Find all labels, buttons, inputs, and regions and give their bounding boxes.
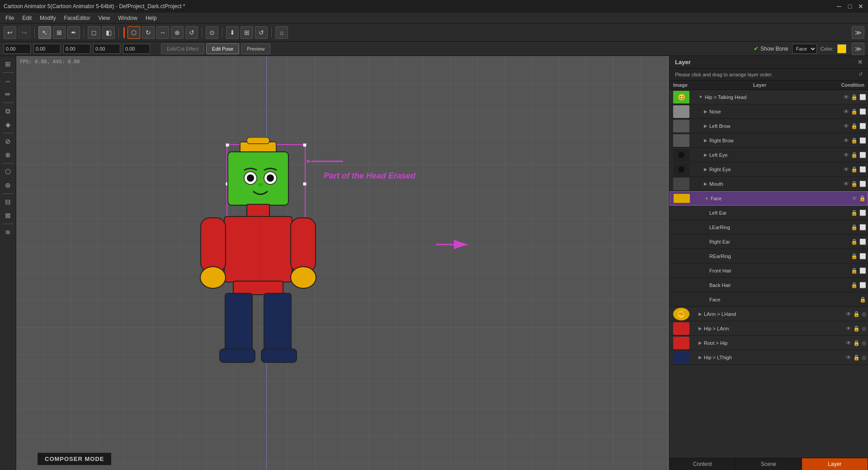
sidebar-rig[interactable]: ⊛ [2, 179, 14, 192]
x-coord-input[interactable] [4, 44, 31, 54]
tab-content[interactable]: Content [670, 458, 736, 470]
eye-icon[interactable]: 👁 [844, 123, 849, 129]
lock-icon[interactable]: 🔒 [851, 123, 858, 129]
layer-row-rearring[interactable]: REarRing 🔒 ⬜ [670, 249, 868, 263]
align-button[interactable]: ⊞ [241, 26, 253, 39]
lock-icon[interactable]: 🔒 [851, 253, 858, 259]
minimize-button[interactable]: ─ [835, 3, 843, 10]
sidebar-eraser[interactable]: ⊘ [2, 135, 14, 148]
lock-icon[interactable]: 🔒 [851, 152, 858, 158]
lock-icon[interactable]: 🔒 [859, 195, 866, 202]
snap-button[interactable]: ⊙ [206, 26, 218, 39]
eye-icon[interactable]: 👁 [846, 325, 851, 332]
layer-row-root-hip[interactable]: ▶ Root > Hip 👁 🔒 ◎ [670, 336, 868, 350]
layer-row-front-hair[interactable]: Front Hair 🔒 ⬜ [670, 263, 868, 278]
close-button[interactable]: ✕ [857, 3, 864, 10]
menu-view[interactable]: View [94, 14, 113, 22]
sidebar-bone[interactable]: ⬡ [2, 165, 14, 178]
eye-icon[interactable]: 👁 [846, 354, 851, 361]
lock-icon[interactable]: 🔒 [853, 311, 860, 317]
preview-button-2[interactable]: Preview [241, 43, 270, 54]
box-icon[interactable]: ⬜ [859, 166, 866, 173]
layer-row-back-hair[interactable]: Back Hair 🔒 ⬜ [670, 278, 868, 292]
box-icon[interactable]: ⬜ [859, 108, 866, 115]
box-icon[interactable]: ⬜ [859, 282, 866, 288]
eye-icon[interactable]: 👁 [844, 152, 849, 158]
sidebar-layer[interactable]: ⧉ [2, 105, 14, 118]
box-icon[interactable]: ⬜ [859, 268, 866, 274]
layer-row-right-ear[interactable]: Right Ear 🔒 ⬜ [670, 235, 868, 249]
eye-icon[interactable]: 👁 [846, 311, 851, 317]
pen-tool[interactable]: ✒ [67, 26, 80, 39]
lock-icon[interactable]: 🔒 [851, 94, 858, 100]
layer-row-face-sub[interactable]: Face 🔒 [670, 292, 868, 307]
layer-row-mouth[interactable]: ▶ Mouth 👁 🔒 ⬜ [670, 177, 868, 191]
layer-row-hip-larm[interactable]: ▶ Hip > LArm 👁 🔒 ◎ [670, 321, 868, 336]
reset-button[interactable]: ↺ [185, 26, 198, 39]
home-button[interactable]: ⌂ [275, 26, 288, 39]
h-coord-input[interactable] [93, 44, 120, 54]
layer-row-left-eye[interactable]: ▶ Left Eye 👁 🔒 ⬜ [670, 148, 868, 162]
eye-icon[interactable]: 👁 [844, 137, 849, 144]
y-coord-input[interactable] [33, 44, 61, 54]
panel-refresh-icon[interactable]: ↺ [859, 71, 863, 77]
move-button[interactable]: ⊕ [171, 26, 184, 39]
show-bone-checkbox[interactable]: ✔ [754, 45, 759, 52]
lock-icon[interactable]: 🔒 [853, 340, 860, 346]
eye-icon[interactable]: 👁 [844, 166, 849, 173]
lock-icon[interactable]: 🔒 [851, 210, 858, 216]
box-icon[interactable]: ⬜ [859, 210, 866, 216]
sidebar-fx[interactable]: ≋ [2, 226, 14, 239]
canvas-area[interactable]: FPS: 0.00, AVG: 0.00 [16, 56, 669, 470]
move-down-button[interactable]: ⬇ [226, 26, 239, 39]
box-icon[interactable]: ⬜ [859, 123, 866, 129]
rotate-button[interactable]: ↻ [142, 26, 155, 39]
layer-row-left-brow[interactable]: ▶ Left Brow 👁 🔒 ⬜ [670, 119, 868, 133]
edit-cut-effect-button[interactable]: Edit/Cut Effect [161, 43, 204, 54]
menu-help[interactable]: Help [142, 14, 160, 22]
sidebar-anim[interactable]: ⊟ [2, 196, 14, 208]
layer-row-left-ear[interactable]: Left Ear 🔒 ⬜ [670, 206, 868, 220]
show-bone-label[interactable]: ✔ Show Bone [754, 45, 788, 52]
eye-icon[interactable]: 👁 [844, 108, 849, 115]
tab-scene[interactable]: Scene [736, 458, 802, 470]
select-tool[interactable]: ↖ [38, 26, 51, 39]
distribute-button[interactable]: ↺ [255, 26, 268, 39]
eye-icon[interactable]: 👁 [846, 340, 851, 346]
box-icon[interactable]: ⬜ [859, 224, 866, 230]
transform-tool[interactable]: ⊞ [53, 26, 66, 39]
panel-close-icon[interactable]: ✕ [858, 59, 863, 66]
edit-pose-button[interactable]: Edit Pose [206, 43, 239, 54]
view-button[interactable]: ◻ [88, 26, 100, 39]
layer-row-right-brow[interactable]: ▶ Right Brow 👁 🔒 ⬜ [670, 133, 868, 148]
preview-button[interactable]: ◧ [102, 26, 115, 39]
sidebar-move[interactable]: ↔ [2, 75, 14, 87]
lock-icon[interactable]: 🔒 [851, 224, 858, 230]
lock-icon[interactable]: 🔒 [851, 268, 858, 274]
menu-window[interactable]: Window [114, 14, 141, 22]
layer-row-talking-head[interactable]: 😊 ▼ Hip > Talking Head 👁 🔒 ⬜ [670, 90, 868, 104]
redo-button[interactable]: ↪ [18, 26, 31, 39]
box-icon[interactable]: ⬜ [859, 152, 866, 158]
layer-row-nose[interactable]: ▶ Nose 👁 🔒 ⬜ [670, 104, 868, 119]
expand-right-button[interactable]: ≫ [852, 42, 864, 55]
vis-icon[interactable]: ◎ [862, 354, 866, 361]
lock-icon[interactable]: 🔒 [851, 239, 858, 245]
color-picker[interactable] [837, 44, 846, 53]
vis-icon[interactable]: ◎ [862, 340, 866, 346]
menu-edit[interactable]: Edit [19, 14, 35, 22]
box-icon[interactable]: ⬜ [859, 239, 866, 245]
box-icon[interactable]: ⬜ [859, 94, 866, 100]
layer-row-hip-lthigh[interactable]: ▶ Hip > LThigh 👁 🔒 ◎ [670, 350, 868, 365]
menu-file[interactable]: File [2, 14, 18, 22]
lock-icon[interactable]: 🔒 [851, 166, 858, 173]
face-dropdown[interactable]: Face [792, 44, 817, 54]
vis-icon[interactable]: ◎ [862, 325, 866, 332]
vis-icon[interactable]: ◎ [862, 311, 866, 317]
box-icon[interactable]: ⬜ [859, 253, 866, 259]
eye-icon[interactable]: 👁 [852, 195, 857, 202]
lock-icon[interactable]: 🔒 [851, 137, 858, 144]
maximize-button[interactable]: □ [846, 3, 854, 10]
eye-icon[interactable]: 👁 [844, 181, 849, 187]
lock-icon[interactable]: 🔒 [851, 282, 858, 288]
